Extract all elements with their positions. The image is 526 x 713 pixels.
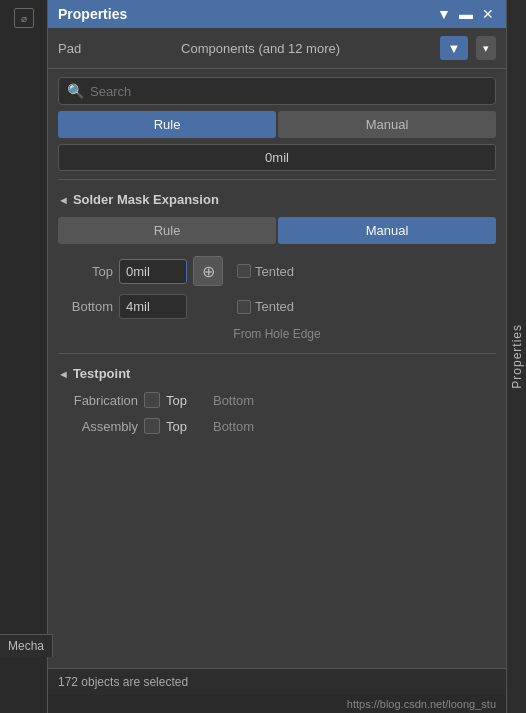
bottom-padding <box>48 439 506 479</box>
tented-bottom-checkbox-area: Tented <box>237 299 294 314</box>
minimize-button[interactable]: ▼ <box>436 6 452 22</box>
fabrication-top-label: Top <box>166 393 187 408</box>
dropdown-button[interactable]: ▾ <box>476 36 496 60</box>
dropdown-icon: ▾ <box>483 42 489 55</box>
fabrication-bottom-label: Bottom <box>213 393 254 408</box>
mecha-tab-label: Mecha <box>8 639 44 653</box>
mecha-tab[interactable]: Mecha <box>0 634 53 657</box>
assembly-top-checkbox[interactable] <box>144 418 160 434</box>
tented-top-checkbox[interactable] <box>237 264 251 278</box>
top-value-input[interactable] <box>119 259 187 284</box>
testpoint-label: Testpoint <box>73 366 131 381</box>
pad-label: Pad <box>58 41 81 56</box>
tented-bottom-label: Tented <box>255 299 294 314</box>
divider-2 <box>58 353 496 354</box>
manual-tab-1[interactable]: Manual <box>278 111 496 138</box>
right-panel-label: Properties <box>510 324 524 389</box>
rule-manual-row: Rule Manual <box>58 217 496 244</box>
fabrication-label: Fabrication <box>58 393 138 408</box>
components-label: Components (and 12 more) <box>89 41 432 56</box>
tented-top-checkbox-area: Tented <box>237 264 294 279</box>
status-bar: 172 objects are selected <box>48 668 506 695</box>
filter-icon: ▼ <box>448 41 461 56</box>
filter-button[interactable]: ▼ <box>440 36 468 60</box>
bottom-value-input[interactable] <box>119 294 187 319</box>
title-bar: Properties ▼ ▬ ✕ <box>48 0 506 28</box>
properties-panel: Properties ▼ ▬ ✕ Pad Components (and 12 … <box>48 0 506 713</box>
manual-tab-2[interactable]: Manual <box>278 217 496 244</box>
value-0mil-input[interactable] <box>58 144 496 171</box>
status-text: 172 objects are selected <box>58 675 188 689</box>
value-row-0mil <box>58 144 496 171</box>
close-button[interactable]: ✕ <box>480 6 496 22</box>
top-field-row: Top ⊕ Tented <box>48 252 506 290</box>
panel-title: Properties <box>58 6 127 22</box>
solder-mask-label: Solder Mask Expansion <box>73 192 219 207</box>
tab-row-1: Rule Manual <box>58 111 496 138</box>
panel-content[interactable]: Rule Manual ◄ Solder Mask Expansion Rule… <box>48 111 506 668</box>
bottom-field-label: Bottom <box>58 299 113 314</box>
assembly-top-label: Top <box>166 419 187 434</box>
title-bar-controls: ▼ ▬ ✕ <box>436 6 496 22</box>
link-button[interactable]: ⊕ <box>193 256 223 286</box>
section-arrow-1: ◄ <box>58 194 69 206</box>
assembly-bottom-label: Bottom <box>213 419 254 434</box>
right-panel: Properties <box>506 0 526 713</box>
restore-button[interactable]: ▬ <box>458 6 474 22</box>
search-icon: 🔍 <box>67 83 84 99</box>
search-input[interactable] <box>90 84 487 99</box>
bottom-field-row: Bottom Tented <box>48 290 506 323</box>
url-bar: https://blog.csdn.net/loong_stu <box>48 695 506 713</box>
top-field-label: Top <box>58 264 113 279</box>
divider-1 <box>58 179 496 180</box>
link-icon: ⊕ <box>202 262 215 281</box>
rule-tab-2[interactable]: Rule <box>58 217 276 244</box>
rule-tab-1[interactable]: Rule <box>58 111 276 138</box>
fabrication-top-checkbox[interactable] <box>144 392 160 408</box>
tented-top-label: Tented <box>255 264 294 279</box>
solder-mask-section-header: ◄ Solder Mask Expansion <box>48 184 506 213</box>
tented-bottom-checkbox[interactable] <box>237 300 251 314</box>
testpoint-section-header: ◄ Testpoint <box>48 358 506 387</box>
assembly-row: Assembly Top Bottom <box>48 413 506 439</box>
section-arrow-2: ◄ <box>58 368 69 380</box>
left-icon-1: ⌀ <box>14 8 34 28</box>
search-bar: 🔍 <box>58 77 496 105</box>
url-text: https://blog.csdn.net/loong_stu <box>347 698 496 710</box>
fabrication-row: Fabrication Top Bottom <box>48 387 506 413</box>
header-row: Pad Components (and 12 more) ▼ ▾ <box>48 28 506 69</box>
assembly-label: Assembly <box>58 419 138 434</box>
from-hole-edge-label: From Hole Edge <box>48 323 506 349</box>
left-strip: ⌀ <box>0 0 48 713</box>
